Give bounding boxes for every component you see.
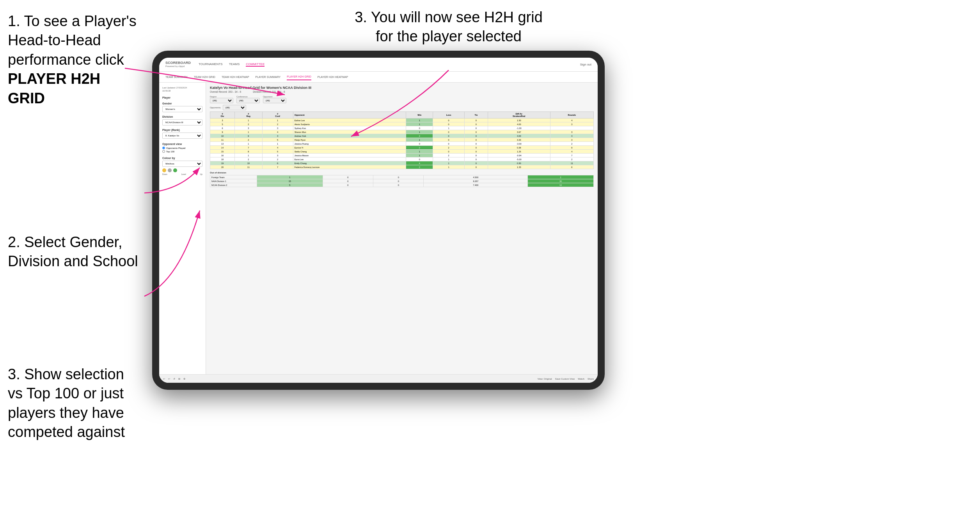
tie-cell: 0 bbox=[464, 122, 488, 126]
top100-radio[interactable]: Top 100 bbox=[162, 150, 202, 153]
diff-cell: -3.00 bbox=[488, 142, 550, 146]
win-cell: 2 bbox=[406, 146, 433, 150]
rounds-cell: 9 bbox=[550, 146, 593, 150]
name-cell: Alexis Sudjianto bbox=[293, 122, 406, 126]
conf-cell: 2 bbox=[262, 157, 293, 161]
col-diff: Diff AvStrokes/Rnd bbox=[488, 112, 550, 118]
loss-cell: 0 bbox=[433, 150, 464, 154]
diff-cell: 1.33 bbox=[488, 165, 550, 169]
instruction-2-text: 2. Select Gender, Division and School bbox=[8, 233, 140, 271]
div-cell: 6 bbox=[210, 126, 235, 130]
dot-up bbox=[173, 168, 177, 172]
sub-nav-team-h2h-heatmap[interactable]: TEAM H2H HEATMAP bbox=[222, 74, 249, 80]
player-label: Player bbox=[162, 96, 202, 99]
loss-cell: 1 bbox=[433, 161, 464, 165]
nav-tournaments[interactable]: TOURNAMENTS bbox=[199, 62, 223, 67]
bottom-toolbar: ↩ ↩ ↺ ⊞ ⚙ View: Original Save Custom Vie… bbox=[159, 374, 598, 383]
h2h-table: #Div #Reg #Conf Opponent Win Loss Tie Di… bbox=[210, 111, 594, 169]
instruction-3-left-text: 3. Show selection vs Top 100 or just pla… bbox=[8, 365, 140, 442]
col-reg: #Reg bbox=[235, 112, 262, 118]
instruction-3-left: 3. Show selection vs Top 100 or just pla… bbox=[8, 365, 140, 442]
toolbar-redo[interactable]: ↩ bbox=[168, 377, 170, 380]
name-cell: Euna Lee bbox=[293, 157, 406, 161]
toolbar-save-custom[interactable]: Save Custom View bbox=[555, 378, 575, 380]
left-panel: Last Updated: 27/03/2024 16:55:38 Player… bbox=[159, 83, 206, 383]
toolbar-settings[interactable]: ⚙ bbox=[183, 377, 185, 380]
diff-cell: 4.00 bbox=[488, 134, 550, 138]
col-div: #Div bbox=[210, 112, 235, 118]
table-row: 20 11 7 Federica Domecq Lacroze 2 1 0 1.… bbox=[210, 165, 594, 169]
sub-nav-player-summary[interactable]: PLAYER SUMMARY bbox=[256, 74, 281, 80]
out-of-division-row: Foreign Team 1 0 0 4.500 2 bbox=[210, 175, 594, 179]
out-tie-cell: 0 bbox=[373, 179, 424, 183]
rounds-cell: 7 bbox=[550, 154, 593, 157]
rounds-cell: 2 bbox=[550, 142, 593, 146]
sub-nav-player-h2h-grid[interactable]: PLAYER H2H GRID bbox=[287, 74, 311, 80]
instruction-1-text: 1. To see a Player's Head-to-Head perfor… bbox=[8, 12, 140, 108]
opponents-select[interactable]: (All) bbox=[223, 105, 246, 110]
name-cell: Jessica Huang bbox=[293, 142, 406, 146]
division-label: Division bbox=[162, 115, 202, 118]
name-cell: Stella Cheng bbox=[293, 150, 406, 154]
rounds-cell: 4 bbox=[550, 134, 593, 138]
out-rounds-cell: 10 bbox=[528, 183, 594, 187]
rounds-cell: 6 bbox=[550, 165, 593, 169]
name-cell: Federica Domecq Lacroze bbox=[293, 165, 406, 169]
region-select[interactable]: (All) bbox=[210, 98, 233, 103]
div-cell: 13 bbox=[210, 142, 235, 146]
opponent-select[interactable]: (All) bbox=[263, 98, 286, 103]
sub-nav-player-h2h-heatmap[interactable]: PLAYER H2H HEATMAP bbox=[318, 74, 348, 80]
div-cell: 14 bbox=[210, 146, 235, 150]
loss-cell: 1 bbox=[433, 157, 464, 161]
player-rank-select[interactable]: 8. Katelyn Vo bbox=[162, 133, 202, 139]
diff-cell: 1.50 bbox=[488, 118, 550, 122]
tie-cell: 0 bbox=[464, 161, 488, 165]
diff-cell: 0.38 bbox=[488, 146, 550, 150]
win-cell: 1 bbox=[406, 154, 433, 157]
toolbar-view-original[interactable]: View: Original bbox=[538, 378, 552, 380]
conf-cell: 4 bbox=[262, 130, 293, 134]
out-win-cell: 15 bbox=[257, 179, 323, 183]
out-rounds-cell: 2 bbox=[528, 175, 594, 179]
col-opponent: Opponent bbox=[293, 112, 406, 118]
win-cell: 0 bbox=[406, 126, 433, 130]
loss-cell: 0 bbox=[433, 142, 464, 146]
opponents-played-radio[interactable]: Opponents Played bbox=[162, 147, 202, 149]
out-of-division-label: Out of division bbox=[210, 172, 594, 174]
colour-dots bbox=[162, 168, 202, 172]
conference-select[interactable]: (All) bbox=[236, 98, 260, 103]
player-rank-section: Player (Rank) 8. Katelyn Vo bbox=[162, 129, 202, 139]
tie-cell: 0 bbox=[464, 138, 488, 142]
table-row: 15 8 5 Stella Cheng 1 0 0 1.25 4 bbox=[210, 150, 594, 154]
win-cell: 1 bbox=[406, 150, 433, 154]
toolbar-undo[interactable]: ↩ bbox=[163, 377, 165, 380]
loss-cell: 0 bbox=[433, 118, 464, 122]
reg-cell: 1 bbox=[235, 130, 262, 134]
div-cell: 19 bbox=[210, 161, 235, 165]
instruction-1: 1. To see a Player's Head-to-Head perfor… bbox=[8, 12, 140, 108]
table-row: 16 1 3 Jessica Mason 1 2 0 -0.94 7 bbox=[210, 154, 594, 157]
diff-cell: 3.33 bbox=[488, 138, 550, 142]
toolbar-copy[interactable]: ⊞ bbox=[178, 377, 180, 380]
out-name-cell: Foreign Team bbox=[210, 175, 257, 179]
instruction-3-right: 3. You will now see H2H grid for the pla… bbox=[351, 8, 546, 46]
sub-nav-team-h2h-grid[interactable]: TEAM H2H GRID bbox=[194, 74, 215, 80]
nav-committee[interactable]: COMMITTEE bbox=[246, 62, 265, 67]
toolbar-watch[interactable]: Watch bbox=[578, 378, 584, 380]
rounds-cell: 11 bbox=[550, 161, 593, 165]
sub-nav-team-summary[interactable]: TEAM SUMMARY bbox=[165, 74, 188, 80]
table-row: 18 2 2 Euna Lee 0 1 0 -5.00 2 bbox=[210, 157, 594, 161]
rounds-cell: 2 bbox=[550, 157, 593, 161]
out-loss-cell: 0 bbox=[323, 175, 373, 179]
tie-cell: 0 bbox=[464, 150, 488, 154]
nav-sign-out[interactable]: Sign out bbox=[580, 63, 591, 66]
opponents-label: Opponents: (All) bbox=[210, 105, 594, 110]
toolbar-share[interactable]: Share bbox=[588, 378, 594, 380]
gender-select[interactable]: Women's bbox=[162, 106, 202, 112]
division-select[interactable]: NCAA Division III bbox=[162, 119, 202, 126]
toolbar-refresh[interactable]: ↺ bbox=[173, 377, 175, 380]
diff-cell: 1.25 bbox=[488, 150, 550, 154]
out-name-cell: NAIA Division 1 bbox=[210, 179, 257, 183]
colour-select[interactable]: Win/loss bbox=[162, 161, 202, 167]
nav-teams[interactable]: TEAMS bbox=[229, 62, 240, 67]
